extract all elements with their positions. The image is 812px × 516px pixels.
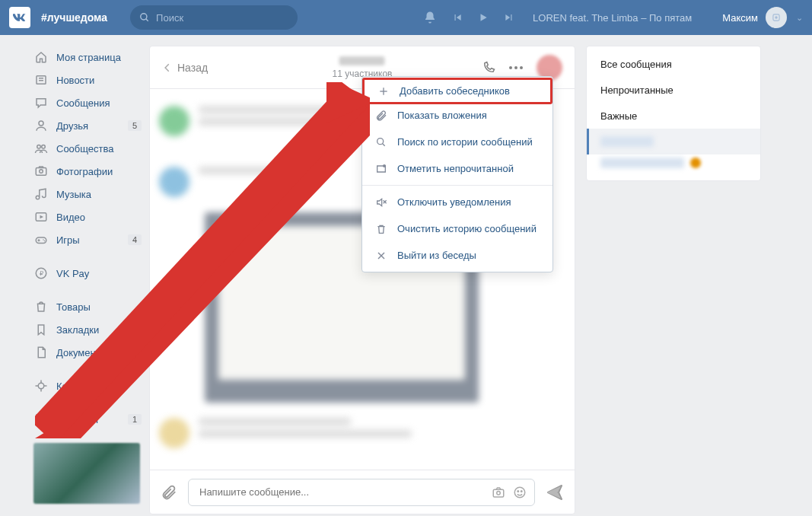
nav-video[interactable]: Видео bbox=[33, 205, 142, 228]
dd-label: Выйти из беседы bbox=[397, 250, 476, 261]
svg-rect-28 bbox=[42, 420, 46, 424]
svg-rect-32 bbox=[493, 489, 504, 497]
attach-icon bbox=[373, 110, 390, 122]
emoji-icon[interactable] bbox=[513, 486, 527, 499]
svg-point-33 bbox=[497, 491, 501, 495]
dd-label: Отключить уведомления bbox=[397, 196, 511, 208]
nav-label: Закладки bbox=[56, 324, 99, 336]
filter-important[interactable]: Важные bbox=[587, 103, 760, 129]
nav-shop[interactable]: Товары bbox=[33, 295, 142, 318]
mute-icon bbox=[373, 196, 390, 209]
compose-field[interactable] bbox=[199, 479, 504, 505]
hashtag[interactable]: #лучшедома bbox=[41, 11, 107, 24]
pay-icon: ₽ bbox=[33, 266, 49, 281]
nav-messages[interactable]: Сообщения bbox=[33, 91, 142, 114]
nav-badge: 4 bbox=[128, 234, 142, 245]
next-track-icon[interactable] bbox=[504, 12, 514, 23]
dd-trash[interactable]: Очистить историю сообщений bbox=[362, 215, 552, 242]
games-icon bbox=[33, 232, 49, 247]
nav-photos[interactable]: Фотографии bbox=[33, 160, 142, 183]
svg-rect-13 bbox=[36, 237, 46, 244]
play-icon[interactable] bbox=[478, 12, 489, 23]
filter-active[interactable] bbox=[587, 129, 760, 154]
header: #лучшедома Поиск LOREN feat. The Limba –… bbox=[0, 0, 812, 35]
nav-label: Документы bbox=[56, 347, 107, 358]
search-placeholder: Поиск bbox=[156, 12, 183, 24]
svg-point-20 bbox=[38, 383, 44, 389]
nav-label: Новости bbox=[56, 75, 94, 86]
svg-point-35 bbox=[517, 490, 519, 492]
nav-home[interactable]: Моя страница bbox=[33, 46, 142, 68]
dd-label: Показать вложения bbox=[397, 110, 487, 121]
svg-point-7 bbox=[37, 145, 41, 149]
svg-rect-27 bbox=[37, 420, 40, 424]
svg-point-2 bbox=[775, 16, 778, 19]
nav-friends[interactable]: Друзья 5 bbox=[33, 114, 142, 137]
nav-covid[interactable]: Коронавирус bbox=[33, 374, 142, 397]
sidebar: Моя страница Новости Сообщения Друзья 5 … bbox=[0, 46, 149, 516]
svg-point-16 bbox=[43, 239, 44, 240]
nav-docs[interactable]: Документы bbox=[33, 341, 142, 364]
call-icon[interactable] bbox=[482, 61, 495, 75]
dd-attach[interactable]: Показать вложения bbox=[362, 102, 552, 129]
messages-icon bbox=[33, 95, 49, 110]
dd-unread[interactable]: Отметить непрочитанной bbox=[362, 155, 552, 182]
groups-icon bbox=[33, 141, 49, 156]
svg-point-6 bbox=[39, 121, 43, 126]
dd-label: Поиск по истории сообщений bbox=[397, 136, 533, 148]
dd-mute[interactable]: Отключить уведомления bbox=[362, 189, 552, 215]
dd-plus[interactable]: Добавить собеседников bbox=[362, 78, 552, 104]
compose-input[interactable] bbox=[188, 479, 535, 506]
more-icon[interactable] bbox=[509, 66, 523, 69]
svg-marker-12 bbox=[40, 215, 44, 219]
nav-label: Игры bbox=[56, 234, 80, 246]
svg-rect-25 bbox=[37, 415, 40, 419]
nav-label: Товары bbox=[56, 301, 91, 313]
svg-point-42 bbox=[383, 164, 386, 167]
search-input[interactable]: Поиск bbox=[130, 5, 298, 30]
plus-icon bbox=[375, 85, 392, 97]
news-icon bbox=[33, 72, 49, 88]
svg-point-29 bbox=[509, 66, 512, 69]
dd-search[interactable]: Поиск по истории сообщений bbox=[362, 129, 552, 155]
nav-pay[interactable]: ₽ VK Pay bbox=[33, 262, 142, 285]
chevron-left-icon bbox=[162, 62, 173, 73]
nav-music[interactable]: Музыка bbox=[33, 183, 142, 205]
chat-title bbox=[339, 56, 385, 65]
nav-bookmark[interactable]: Закладки bbox=[33, 318, 142, 341]
composer bbox=[150, 470, 575, 514]
unread-icon bbox=[373, 163, 390, 175]
filters-panel: Все сообщения Непрочитанные Важные bbox=[586, 46, 761, 181]
send-button[interactable] bbox=[546, 483, 564, 502]
camera-icon[interactable] bbox=[492, 486, 505, 499]
filter-all[interactable]: Все сообщения bbox=[587, 51, 760, 77]
user-menu[interactable]: Максим ⌄ bbox=[722, 7, 803, 28]
nav-games[interactable]: Игры 4 bbox=[33, 228, 142, 251]
vk-logo[interactable] bbox=[9, 7, 30, 28]
svg-point-36 bbox=[521, 490, 523, 492]
notifications-icon[interactable] bbox=[423, 11, 437, 24]
dd-exit[interactable]: Выйти из беседы bbox=[362, 242, 552, 269]
filter-unread[interactable]: Непрочитанные bbox=[587, 77, 760, 103]
attach-button[interactable] bbox=[161, 484, 177, 501]
nav-wish[interactable]: Желания 1 bbox=[33, 408, 142, 431]
now-playing[interactable]: LOREN feat. The Limba – По пятам bbox=[533, 12, 692, 24]
sidebar-mini-photo[interactable] bbox=[33, 443, 140, 504]
chevron-down-icon: ⌄ bbox=[796, 13, 803, 23]
nav-label: Сообщества bbox=[56, 143, 114, 154]
svg-point-0 bbox=[141, 14, 147, 20]
nav-label: Фотографии bbox=[56, 166, 113, 177]
nav-badge: 5 bbox=[128, 120, 142, 131]
nav-groups[interactable]: Сообщества bbox=[33, 137, 142, 160]
prev-track-icon[interactable] bbox=[452, 12, 463, 23]
back-button[interactable]: Назад bbox=[162, 62, 208, 74]
nav-news[interactable]: Новости bbox=[33, 68, 142, 91]
friends-icon bbox=[33, 118, 49, 133]
nav-label: Коронавирус bbox=[56, 381, 116, 392]
svg-point-31 bbox=[520, 66, 523, 69]
exit-icon bbox=[373, 250, 390, 262]
nav-label: Желания bbox=[56, 414, 98, 425]
nav-label: VK Pay bbox=[56, 268, 89, 279]
nav-label: Моя страница bbox=[56, 52, 121, 63]
svg-rect-9 bbox=[36, 168, 46, 176]
